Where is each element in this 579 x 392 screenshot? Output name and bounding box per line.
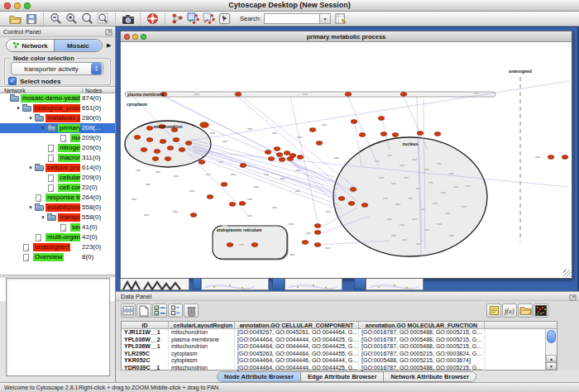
resize-grip[interactable] — [563, 270, 571, 277]
network-node[interactable] — [227, 243, 233, 247]
zoom-in-icon[interactable] — [65, 12, 79, 26]
network-node[interactable] — [160, 140, 166, 144]
scrollbar-thumb[interactable] — [547, 330, 556, 343]
import-attributes-icon[interactable] — [518, 304, 533, 318]
unselect-attributes-icon[interactable] — [168, 304, 183, 318]
tree-row[interactable]: ▼establishment of lo558(0) — [0, 203, 115, 213]
matrix-icon[interactable] — [534, 304, 548, 318]
scroll-up-icon[interactable]: ▲ — [546, 355, 557, 362]
tree-row[interactable]: Overview8(0) — [0, 252, 115, 262]
tree-row[interactable]: ▼biological_process651(0) — [0, 103, 115, 113]
network-node[interactable] — [378, 117, 385, 121]
search-dropdown-arrow-icon[interactable]: ▼ — [320, 13, 331, 24]
attribute-browser-icon[interactable] — [334, 12, 348, 26]
float-panel-icon[interactable] — [104, 28, 112, 36]
tree-row[interactable]: ▼primary metabo209(... — [0, 123, 115, 133]
background-window-title-edge[interactable] — [354, 279, 366, 290]
float-panel-icon[interactable] — [568, 294, 577, 301]
network-node[interactable] — [297, 155, 304, 160]
chevron-down-icon[interactable]: ▼ — [28, 204, 33, 211]
network-node[interactable] — [152, 157, 159, 161]
network-node[interactable] — [400, 93, 407, 97]
tree-row[interactable]: mosaic-demo-yeast874(0) — [0, 93, 115, 103]
plasma-membrane-region[interactable] — [125, 92, 495, 97]
network-node[interactable] — [350, 188, 356, 192]
tree-row[interactable]: nucleobase-209(0) — [0, 133, 115, 143]
network-node[interactable] — [284, 151, 290, 155]
tree-column-network[interactable]: Network — [4, 88, 26, 93]
tree-row[interactable]: ▼metabolic process280(0) — [0, 113, 115, 123]
network-node[interactable] — [417, 131, 423, 136]
network-node[interactable] — [314, 243, 321, 247]
open-file-icon[interactable] — [8, 12, 22, 26]
network-node[interactable] — [229, 203, 236, 207]
tree-row[interactable]: response to stimulu264(0) — [0, 193, 115, 203]
tree-row[interactable]: cell communicat22(0) — [0, 183, 115, 193]
network-node[interactable] — [134, 136, 141, 140]
background-window-title-edge[interactable] — [193, 279, 201, 290]
vizmapper-icon[interactable] — [218, 12, 232, 26]
tree-row[interactable]: unassigned223(0) — [0, 242, 115, 252]
table-row[interactable]: YLR295Ccytoplasm[GO:0045263, GO:0044464,… — [122, 351, 557, 358]
nucleus-region[interactable] — [333, 137, 487, 256]
network-node[interactable] — [359, 133, 366, 137]
network-node[interactable] — [380, 132, 387, 136]
network-node[interactable] — [199, 160, 205, 165]
notes-icon[interactable] — [486, 304, 501, 318]
network-canvas[interactable]: plasma membranecytoplasmmitochondrionnuc… — [121, 42, 572, 278]
network-node[interactable] — [173, 138, 179, 142]
chevron-down-icon[interactable]: ▼ — [16, 105, 21, 112]
function-builder-icon[interactable]: f(x) — [502, 304, 517, 318]
network-node[interactable] — [146, 127, 153, 131]
delete-attribute-icon[interactable] — [184, 304, 199, 318]
snapshot-icon[interactable] — [121, 12, 135, 26]
network-node[interactable] — [207, 195, 213, 199]
tab-mosaic[interactable]: Mosaic — [54, 40, 102, 51]
network-node[interactable] — [146, 138, 153, 142]
tree-row[interactable]: secretion41(0) — [0, 222, 115, 232]
create-view-icon[interactable] — [186, 12, 200, 26]
chevron-down-icon[interactable]: ▼ — [28, 165, 33, 171]
help-icon[interactable] — [146, 12, 160, 26]
column-header[interactable]: _cellularLayoutRegion — [169, 322, 235, 328]
zoom-selected-icon[interactable] — [80, 12, 94, 26]
network-node[interactable] — [392, 133, 399, 137]
network-node[interactable] — [562, 155, 568, 160]
select-nodes-checkbox[interactable]: ✓ — [8, 77, 17, 85]
tree-row[interactable]: nitrogen compo209(0) — [0, 143, 115, 153]
network-node[interactable] — [314, 224, 321, 228]
network-node[interactable] — [200, 122, 209, 128]
network-node[interactable] — [239, 202, 246, 206]
scroll-down-icon[interactable]: ▼ — [546, 362, 557, 370]
background-window-title-edge[interactable] — [272, 279, 285, 290]
table-row[interactable]: YKR052Ccytoplasm[GO:0044464, GO:0044446,… — [122, 357, 557, 365]
table-row[interactable]: YJR121W__1mitochondrion[GO:0045267, GO:0… — [122, 329, 557, 337]
network-node[interactable] — [274, 147, 280, 151]
network-node[interactable] — [268, 157, 275, 161]
tab-edge-attribute-browser[interactable]: Edge Attribute Browser — [300, 372, 383, 381]
network-node[interactable] — [279, 158, 285, 162]
tree-row[interactable]: cellular metabo209(0) — [0, 173, 115, 183]
network-node[interactable] — [165, 157, 171, 161]
select-all-icon[interactable] — [121, 304, 136, 318]
table-scrollbar[interactable]: ▲▼ — [545, 329, 557, 370]
column-header[interactable]: annotation.GO MOLECULAR_FUNCTION — [359, 322, 485, 328]
app-titlebar[interactable]: Cytoscape Desktop (New Session) — [0, 0, 579, 12]
table-row[interactable]: YDR039C__1mitochondrion[GO:0044464, GO:0… — [122, 365, 557, 372]
network-node[interactable] — [348, 202, 355, 206]
network-node[interactable] — [190, 213, 197, 218]
network-node[interactable] — [309, 128, 316, 132]
network-node[interactable] — [302, 241, 309, 245]
network-node[interactable] — [154, 150, 160, 154]
zoom-out-icon[interactable] — [49, 12, 63, 26]
network-node[interactable] — [251, 243, 258, 247]
network-node[interactable] — [240, 164, 246, 168]
search-input[interactable] — [264, 13, 320, 24]
network-node[interactable] — [548, 155, 554, 160]
network-node[interactable] — [316, 141, 323, 146]
zoom-fit-icon[interactable] — [96, 12, 110, 26]
network-node[interactable] — [179, 148, 185, 152]
background-window-mini-network[interactable] — [201, 279, 269, 290]
background-window-overview-zigzag[interactable] — [120, 279, 189, 290]
network-node[interactable] — [361, 203, 368, 208]
